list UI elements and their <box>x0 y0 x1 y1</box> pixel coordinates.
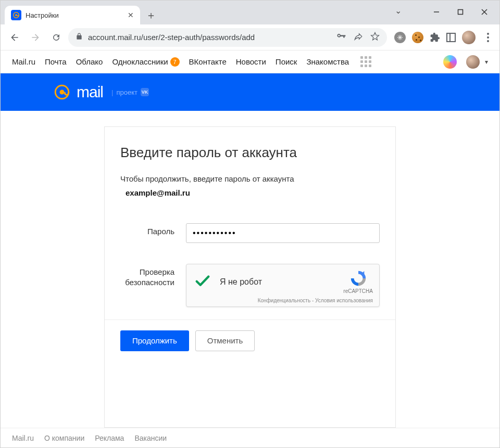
window-maximize-button[interactable] <box>448 4 472 20</box>
card-heading: Введите пароль от аккаунта <box>120 145 380 161</box>
account-email: example@mail.ru <box>126 188 380 197</box>
page-footer: Mail.ru О компании Реклама Вакансии <box>1 428 499 447</box>
extension-icon-cookie[interactable] <box>412 32 423 43</box>
footer-link-jobs[interactable]: Вакансии <box>134 434 167 442</box>
ok-badge: 7 <box>170 57 180 67</box>
new-tab-button[interactable]: ＋ <box>143 7 159 23</box>
nav-dating[interactable]: Знакомства <box>306 57 349 66</box>
nav-pochta[interactable]: Почта <box>45 57 67 66</box>
extension-icon-1[interactable] <box>394 32 406 43</box>
project-label: | проект VK <box>111 88 149 96</box>
svg-rect-3 <box>458 10 463 15</box>
lock-icon <box>76 33 83 42</box>
window-close-button[interactable] <box>472 4 496 20</box>
nav-vk[interactable]: ВКонтакте <box>189 57 227 66</box>
forward-button[interactable] <box>27 29 44 46</box>
page: Mail.ru Почта Облако Одноклассники 7 ВКо… <box>1 50 499 447</box>
nav-news[interactable]: Новости <box>236 57 266 66</box>
mail-header: mail | проект VK <box>1 73 499 111</box>
svg-point-7 <box>60 90 65 95</box>
marusya-icon[interactable] <box>443 55 457 69</box>
window-minimize-button[interactable] <box>424 4 448 20</box>
recaptcha-box[interactable]: Я не робот reCAPTCHA <box>186 264 380 307</box>
sidepanel-icon[interactable] <box>446 33 456 42</box>
user-avatar[interactable] <box>466 55 480 69</box>
omnibox[interactable]: account.mail.ru/user/2-step-auth/passwor… <box>68 28 387 47</box>
tab-title: Настройки <box>26 11 123 19</box>
back-button[interactable] <box>6 29 23 46</box>
mail-logo-text: mail <box>77 83 103 101</box>
tab-close-icon[interactable]: ✕ <box>128 11 134 19</box>
card-description: Чтобы продолжить, введите пароль от акка… <box>120 173 380 185</box>
recaptcha-logo-icon <box>349 270 367 287</box>
bookmark-star-icon[interactable] <box>370 32 380 43</box>
nav-oblako[interactable]: Облако <box>76 57 103 66</box>
footer-link-ads[interactable]: Реклама <box>95 434 124 442</box>
security-label: Проверка безопасности <box>120 264 186 288</box>
captcha-text: Я не робот <box>220 277 343 287</box>
tab-overflow-icon[interactable]: ⌄ <box>395 6 402 16</box>
mailru-favicon <box>11 10 21 20</box>
chrome-menu-icon[interactable] <box>482 33 494 42</box>
reload-button[interactable] <box>47 29 65 46</box>
footer-link-about[interactable]: О компании <box>44 434 84 442</box>
mail-at-logo-icon <box>53 83 71 101</box>
auth-card: Введите пароль от аккаунта Чтобы продолж… <box>104 126 396 428</box>
continue-button[interactable]: Продолжить <box>120 330 189 351</box>
nav-search[interactable]: Поиск <box>276 57 297 66</box>
cancel-button[interactable]: Отменить <box>195 330 255 351</box>
extensions-icon[interactable] <box>430 32 440 43</box>
nav-mailru[interactable]: Mail.ru <box>12 57 35 66</box>
share-icon[interactable] <box>354 32 363 43</box>
user-menu-caret-icon[interactable]: ▾ <box>485 58 488 66</box>
address-bar: account.mail.ru/user/2-step-auth/passwor… <box>1 24 499 50</box>
mailru-top-nav: Mail.ru Почта Облако Одноклассники 7 ВКо… <box>1 50 499 73</box>
nav-odnoklassniki[interactable]: Одноклассники <box>112 57 168 66</box>
recaptcha-brand: reCAPTCHA <box>343 288 373 294</box>
svg-point-1 <box>15 14 17 16</box>
key-icon[interactable] <box>336 31 346 43</box>
security-label-line1: Проверка <box>140 267 174 276</box>
security-label-line2: безопасности <box>125 278 174 287</box>
password-input[interactable] <box>186 223 380 243</box>
vk-badge-icon: VK <box>141 88 149 96</box>
chrome-profile-avatar[interactable] <box>462 31 476 44</box>
browser-tab[interactable]: Настройки ✕ <box>5 6 140 24</box>
apps-grid-icon[interactable] <box>360 56 371 67</box>
titlebar: Настройки ✕ ＋ ⌄ <box>1 1 499 24</box>
footer-link-mailru[interactable]: Mail.ru <box>12 434 34 442</box>
recaptcha-terms[interactable]: Конфиденциальность - Условия использован… <box>194 298 373 303</box>
checkmark-icon <box>194 272 211 292</box>
url-text: account.mail.ru/user/2-step-auth/passwor… <box>88 33 331 42</box>
password-label: Пароль <box>120 223 186 237</box>
project-text: проект <box>116 88 138 96</box>
